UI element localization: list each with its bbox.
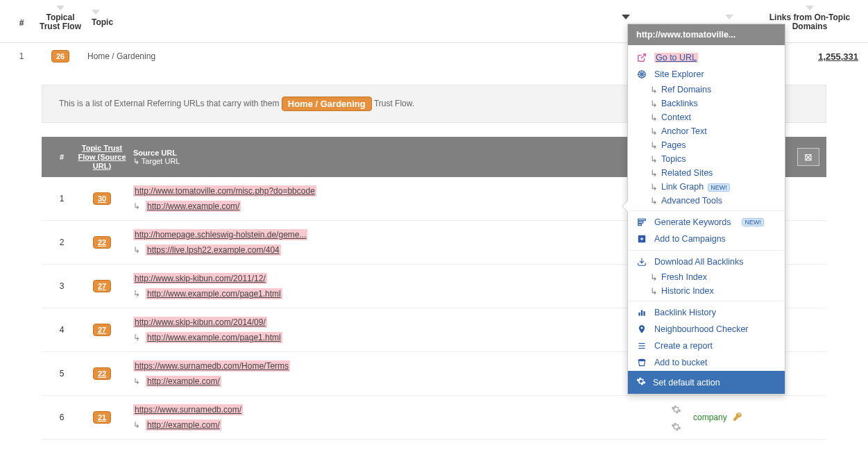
summary-index: 1 <box>10 51 33 61</box>
row-index: 1 <box>49 194 75 203</box>
menu-sub-item[interactable]: Backlinks <box>628 97 785 110</box>
menu-sub-item[interactable]: Ref Domains <box>628 83 785 97</box>
summary-ttf: 26 <box>33 50 87 63</box>
row-urls: https://www.surnamedb.com/Home/Terms↳htt… <box>129 361 664 386</box>
menu-create-report[interactable]: Create a report <box>628 338 785 354</box>
sort-arrow-icon[interactable] <box>56 6 65 10</box>
source-url[interactable]: http://www.skip-kibun.com/2014/09/ <box>133 317 664 327</box>
row-ttf[interactable]: 22 <box>75 367 129 380</box>
menu-site-explorer[interactable]: Site Explorer <box>628 66 785 83</box>
row-index: 4 <box>49 325 75 335</box>
wheel-icon <box>636 69 647 79</box>
row-actions <box>664 403 688 432</box>
row-urls: http://homepage.schleswig-holstein.de/ge… <box>129 230 664 255</box>
menu-sub-item[interactable]: Topics <box>628 152 785 166</box>
trust-flow-chip: 26 <box>51 50 69 63</box>
list-header-index[interactable]: # <box>49 153 75 161</box>
menu-sub-item[interactable]: Link GraphNEW! <box>628 180 785 194</box>
svg-line-9 <box>643 72 645 74</box>
sort-arrow-icon[interactable] <box>725 15 733 19</box>
source-url[interactable]: http://homepage.schleswig-holstein.de/ge… <box>133 230 664 240</box>
row-ttf[interactable]: 27 <box>75 280 129 292</box>
menu-sub-item[interactable]: Related Sites <box>628 166 785 180</box>
row-ttf[interactable]: 21 <box>75 411 129 424</box>
svg-point-2 <box>641 74 643 75</box>
row-index: 5 <box>49 369 75 378</box>
row-ttf[interactable]: 30 <box>75 192 129 205</box>
menu-add-campaigns[interactable]: Add to Campaigns <box>628 231 785 247</box>
svg-rect-11 <box>638 219 646 220</box>
context-menu-title: http://www.tomatoville... <box>628 24 785 45</box>
svg-point-21 <box>641 327 643 329</box>
svg-rect-18 <box>638 313 640 316</box>
sort-arrow-icon[interactable] <box>806 6 814 10</box>
bar-chart-icon <box>636 308 647 317</box>
header-topical-trust-flow[interactable]: Topical Trust Flow <box>33 0 87 37</box>
menu-sub-item[interactable]: Advanced Tools <box>628 194 785 208</box>
menu-sub-item[interactable]: Fresh Index <box>628 270 785 284</box>
source-url[interactable]: http://www.tomatoville.com/misc.php?do=b… <box>133 186 664 196</box>
keywords-icon <box>636 217 647 227</box>
menu-pointer-icon <box>622 201 628 212</box>
new-badge: NEW! <box>708 183 730 192</box>
sort-arrow-icon[interactable] <box>92 10 100 15</box>
menu-sub-item[interactable]: Anchor Text <box>628 124 785 138</box>
new-badge: NEW! <box>742 218 764 226</box>
menu-backlink-history[interactable]: Backlink History <box>628 304 785 321</box>
row-ttf[interactable]: 27 <box>75 324 129 336</box>
external-link-icon <box>636 53 647 63</box>
svg-line-10 <box>639 75 641 77</box>
sort-arrow-icon[interactable] <box>622 15 630 19</box>
menu-sub-item[interactable]: Historic Index <box>628 284 785 298</box>
menu-add-bucket[interactable]: Add to bucket <box>628 354 785 371</box>
target-url[interactable]: ↳https://live.lpsh22.example.com/404 <box>133 245 664 255</box>
svg-line-0 <box>641 54 645 58</box>
list-header-ttf[interactable]: Topic Trust Flow (Source URL) <box>75 144 129 170</box>
target-url[interactable]: ↳http://example.com/ <box>133 420 664 430</box>
target-url[interactable]: ↳http://example.com/ <box>133 376 664 386</box>
tag-label[interactable]: company <box>693 413 727 422</box>
row-index: 3 <box>49 281 75 291</box>
map-pin-icon <box>636 324 647 334</box>
table-row: 621https://www.surnamedb.com/↳http://exa… <box>42 396 826 440</box>
key-icon <box>733 412 742 424</box>
header-topic[interactable]: Topic <box>87 4 601 33</box>
row-urls: http://www.tomatoville.com/misc.php?do=b… <box>129 186 664 211</box>
menu-sub-item[interactable]: Pages <box>628 138 785 152</box>
menu-go-to-url[interactable]: Go to URL <box>628 49 785 66</box>
list-icon <box>636 341 647 351</box>
source-url[interactable]: https://www.surnamedb.com/ <box>133 405 664 415</box>
bucket-icon <box>636 358 647 367</box>
summary-topic: Home / Gardening <box>87 51 601 61</box>
menu-set-default-action[interactable]: Set default action <box>628 371 785 394</box>
gear-icon[interactable] <box>671 404 681 415</box>
header-index[interactable]: # <box>10 4 33 33</box>
menu-download-backlinks[interactable]: Download All Backlinks <box>628 253 785 270</box>
menu-neighbourhood[interactable]: Neighbourhood Checker <box>628 321 785 338</box>
target-url[interactable]: ↳http://www.example.com/ <box>133 201 664 211</box>
download-icon <box>636 257 647 267</box>
row-index: 2 <box>49 238 75 247</box>
gear-icon <box>636 376 646 388</box>
target-url[interactable]: ↳http://www.example.com/page1.html <box>133 333 664 342</box>
topic-chip: Home / Gardening <box>282 97 372 111</box>
row-tag: company <box>688 412 819 424</box>
plus-icon <box>636 234 647 244</box>
row-index: 6 <box>49 413 75 422</box>
menu-generate-keywords[interactable]: Generate Keywords NEW! <box>628 214 785 231</box>
gear-icon[interactable] <box>671 422 681 432</box>
source-url[interactable]: http://www.skip-kibun.com/2011/12/ <box>133 274 664 283</box>
svg-rect-12 <box>638 222 643 223</box>
row-ttf[interactable]: 22 <box>75 236 129 249</box>
svg-line-7 <box>639 72 641 74</box>
menu-sub-item[interactable]: Context <box>628 110 785 124</box>
svg-line-8 <box>643 75 645 77</box>
source-url[interactable]: https://www.surnamedb.com/Home/Terms <box>133 361 664 371</box>
target-url[interactable]: ↳http://www.example.com/page1.html <box>133 289 664 299</box>
row-urls: http://www.skip-kibun.com/2011/12/↳http:… <box>129 274 664 299</box>
svg-rect-13 <box>638 224 642 225</box>
row-urls: http://www.skip-kibun.com/2014/09/↳http:… <box>129 317 664 342</box>
svg-rect-19 <box>641 310 643 316</box>
row-urls: https://www.surnamedb.com/↳http://exampl… <box>129 405 664 430</box>
close-button[interactable]: ⊠ <box>797 148 819 166</box>
